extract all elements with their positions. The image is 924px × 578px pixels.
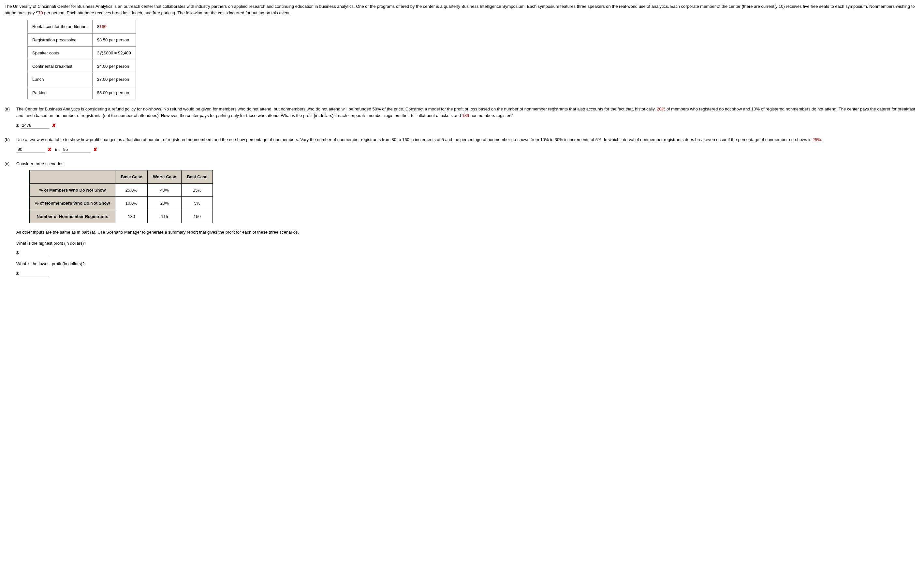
part-c-after: All other inputs are the same as in part… bbox=[16, 229, 919, 235]
highest-profit-question: What is the highest profit (in dollars)? bbox=[16, 240, 919, 247]
dollar-sign: $ bbox=[16, 122, 19, 129]
cell: 10.0% bbox=[115, 197, 148, 210]
part-c: (c) Consider three scenarios. Base Case … bbox=[5, 161, 919, 277]
cost-label: Registration processing bbox=[28, 33, 93, 47]
part-c-intro: Consider three scenarios. bbox=[16, 161, 65, 166]
wrong-icon: ✘ bbox=[52, 122, 56, 129]
table-row: Number of Nonmember Registrants 130 115 … bbox=[30, 210, 213, 223]
cost-value: $7.00 per person bbox=[92, 73, 136, 86]
cell: 115 bbox=[148, 210, 182, 223]
scenario-table: Base Case Worst Case Best Case % of Memb… bbox=[29, 170, 213, 223]
cost-value: 3@$800 = $2,400 bbox=[92, 47, 136, 60]
cost-label: Rental cost for the auditorium bbox=[28, 20, 93, 34]
dollar-sign: $ bbox=[16, 250, 19, 256]
part-a-text-1: The Center for Business Analytics is con… bbox=[16, 107, 657, 111]
cell: 15% bbox=[182, 183, 213, 197]
part-b-text-2: . bbox=[821, 137, 822, 142]
table-row: Parking $5.00 per person bbox=[28, 86, 136, 99]
cell: 25.0% bbox=[115, 183, 148, 197]
col-worst: Worst Case bbox=[148, 170, 182, 184]
cost-value: $5.00 per person bbox=[92, 86, 136, 99]
intro-text-b: per person. Each attendee receives break… bbox=[43, 10, 291, 15]
part-b-answer-low-input[interactable] bbox=[16, 146, 45, 153]
part-b-answer-high-input[interactable] bbox=[62, 146, 91, 153]
table-row: % of Members Who Do Not Show 25.0% 40% 1… bbox=[30, 183, 213, 197]
col-best: Best Case bbox=[182, 170, 213, 184]
wrong-icon: ✘ bbox=[93, 146, 97, 153]
table-row: % of Nonmembers Who Do Not Show 10.0% 20… bbox=[30, 197, 213, 210]
to-word: to bbox=[55, 147, 58, 153]
table-row: Speaker costs 3@$800 = $2,400 bbox=[28, 47, 136, 60]
cost-value: $8.50 per person bbox=[92, 33, 136, 47]
costs-table: Rental cost for the auditorium $160 Regi… bbox=[28, 20, 136, 99]
cell: 5% bbox=[182, 197, 213, 210]
part-a-label: (a) bbox=[5, 106, 16, 129]
row-header: % of Members Who Do Not Show bbox=[30, 183, 115, 197]
col-base: Base Case bbox=[115, 170, 148, 184]
row-header: % of Nonmembers Who Do Not Show bbox=[30, 197, 115, 210]
wrong-icon: ✘ bbox=[47, 146, 52, 153]
cell: 20% bbox=[148, 197, 182, 210]
cell: 130 bbox=[115, 210, 148, 223]
problem-intro: The University of Cincinnati Center for … bbox=[5, 3, 919, 16]
fee-value: 70 bbox=[38, 10, 43, 15]
part-a-answer-input[interactable] bbox=[21, 122, 49, 129]
part-b-text-1: Use a two-way data table to show how pro… bbox=[16, 137, 812, 142]
cost-label: Continental breakfast bbox=[28, 60, 93, 73]
cell: 40% bbox=[148, 183, 182, 197]
highest-profit-input[interactable] bbox=[21, 250, 49, 256]
nonmember-count: 139 bbox=[462, 113, 469, 118]
table-row: Lunch $7.00 per person bbox=[28, 73, 136, 86]
noshow-pct: 25% bbox=[812, 137, 821, 142]
part-c-label: (c) bbox=[5, 161, 16, 277]
table-row: Registration processing $8.50 per person bbox=[28, 33, 136, 47]
member-noshow-pct: 20% bbox=[657, 107, 665, 111]
cell: 150 bbox=[182, 210, 213, 223]
part-b: (b) Use a two-way data table to show how… bbox=[5, 136, 919, 153]
part-a: (a) The Center for Business Analytics is… bbox=[5, 106, 919, 129]
cost-value: $160 bbox=[92, 20, 136, 34]
lowest-profit-input[interactable] bbox=[21, 270, 49, 277]
dollar-sign: $ bbox=[16, 270, 19, 277]
table-row: Rental cost for the auditorium $160 bbox=[28, 20, 136, 34]
part-a-text-3: nonmembers register? bbox=[469, 113, 513, 118]
empty-header bbox=[30, 170, 115, 184]
cost-label: Parking bbox=[28, 86, 93, 99]
cost-value: $4.00 per person bbox=[92, 60, 136, 73]
row-header: Number of Nonmember Registrants bbox=[30, 210, 115, 223]
lowest-profit-question: What is the lowest profit (in dollars)? bbox=[16, 261, 919, 267]
table-row: Continental breakfast $4.00 per person bbox=[28, 60, 136, 73]
cost-label: Lunch bbox=[28, 73, 93, 86]
part-b-label: (b) bbox=[5, 136, 16, 153]
cost-label: Speaker costs bbox=[28, 47, 93, 60]
